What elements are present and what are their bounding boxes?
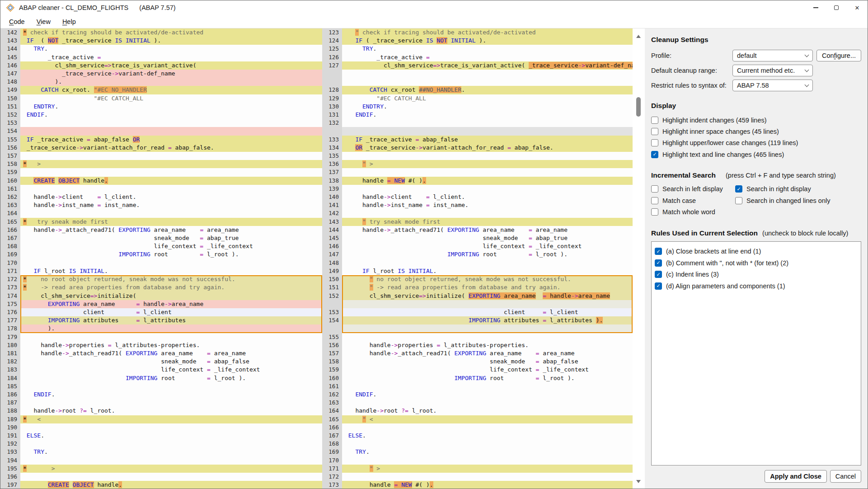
code-line[interactable]: 161 (322, 382, 633, 390)
code-line[interactable]: 195* > (0, 465, 322, 473)
code-line[interactable]: 196 (0, 473, 322, 481)
code-line[interactable]: 183 life_context = _life_context (0, 366, 322, 374)
code-line[interactable]: 161 (0, 185, 322, 193)
code-line[interactable]: 146 cl_shm_service=>trace_is_variant_act… (0, 61, 322, 70)
code-line[interactable]: 159 life_context = _life_context (322, 366, 633, 374)
code-line[interactable]: 127 cl_shm_service=>trace_is_variant_act… (322, 61, 633, 70)
code-line[interactable]: 163 handle->inst_name = inst_name. (0, 201, 322, 209)
code-line[interactable]: 174 cl_shm_service=>initialize( (0, 292, 322, 300)
code-line[interactable]: 173 handle = NEW #( ). (322, 481, 633, 489)
code-panel-left[interactable]: 142* check if tracing should be activate… (0, 28, 322, 489)
code-line[interactable]: 141 handle->inst_name = inst_name. (322, 201, 633, 209)
code-line[interactable]: 157 (0, 152, 322, 160)
display-option-1[interactable]: Highlight inner space changes (45 lines) (651, 126, 861, 137)
code-line[interactable]: 149 IF l_root IS INITIAL. (322, 267, 633, 275)
code-line[interactable]: 166 (322, 423, 633, 432)
rules-list[interactable]: ✓(a) Close brackets at line end (1)✓(b) … (651, 241, 861, 465)
code-line[interactable] (322, 127, 633, 135)
code-line[interactable]: 147 _trace_service->variant-def_name (0, 70, 322, 78)
code-line[interactable]: 158 sneak_mode = abap_false (322, 357, 633, 366)
code-line[interactable]: 130 ENDTRY. (322, 103, 633, 111)
code-line[interactable]: 197 CREATE OBJECT handle. (0, 481, 322, 489)
code-line[interactable]: 123 " check if tracing should be activat… (322, 28, 633, 37)
code-line[interactable]: 160 IMPORTING root = l_root ). (322, 374, 633, 382)
code-line[interactable]: 186 ENDIF. (0, 390, 322, 399)
scroll-up-icon[interactable] (636, 35, 641, 38)
code-line[interactable] (322, 70, 633, 78)
code-line[interactable] (322, 324, 633, 333)
cleanup-range-select[interactable]: Current method etc. (732, 65, 813, 76)
code-line[interactable]: 156 _trace_service->variant-attach_for_r… (0, 144, 322, 152)
code-line[interactable]: 142* check if tracing should be activate… (0, 28, 322, 37)
code-line[interactable]: 150 "#EC CATCH_ALL (0, 94, 322, 103)
code-line[interactable]: 155 IF _trace_active = abap_false OR (0, 136, 322, 144)
vertical-scrollbar[interactable] (633, 28, 645, 489)
code-line[interactable]: 191 ELSE. (0, 432, 322, 440)
profile-select[interactable]: default (732, 50, 813, 61)
code-line[interactable]: 192 (0, 440, 322, 448)
menu-view[interactable]: View (32, 16, 55, 27)
code-line[interactable]: 131 ENDIF. (322, 111, 633, 119)
search-option-2[interactable]: Match case (651, 195, 735, 206)
code-line[interactable]: 151 ENDTRY. (0, 103, 322, 111)
code-line[interactable]: 152 ENDIF. (0, 111, 322, 119)
code-line[interactable]: 134 OR _trace_service->variant-attach_fo… (322, 144, 633, 152)
code-line[interactable]: 163 (322, 399, 633, 407)
code-line[interactable]: 169 IMPORTING root = l_root ). (0, 250, 322, 259)
code-line[interactable]: 188 handle->root ?= l_root. (0, 407, 322, 415)
code-line[interactable]: 167 sneak_mode = abap_true (0, 234, 322, 242)
code-line[interactable]: 146 life_context = _life_context (322, 242, 633, 250)
code-line[interactable]: 132 (322, 119, 633, 127)
scrollbar-thumb[interactable] (636, 97, 641, 117)
code-line[interactable]: 189* < (0, 415, 322, 423)
code-line[interactable]: 178 ). (0, 324, 322, 333)
code-line[interactable]: 170 (322, 456, 633, 465)
code-line[interactable]: 194 (0, 456, 322, 465)
code-line[interactable]: 179 (0, 333, 322, 341)
code-line[interactable]: 126 _trace_active = (322, 53, 633, 61)
code-line[interactable]: 155 (322, 333, 633, 341)
search-option-0[interactable]: Search in left display (651, 183, 735, 195)
code-line[interactable]: 170 (0, 259, 322, 267)
rule-item-0[interactable]: ✓(a) Close brackets at line end (1) (655, 246, 858, 257)
code-line[interactable]: 145 sneak_mode = abap_true (322, 234, 633, 242)
code-line[interactable]: 136 " > (322, 160, 633, 168)
search-option-1[interactable]: ✓Search in right display (735, 183, 861, 195)
code-line[interactable]: 176 client = l_client (0, 308, 322, 316)
code-line[interactable]: 143 " try sneak mode first (322, 218, 633, 226)
code-line[interactable]: 167 ELSE. (322, 432, 633, 440)
code-line[interactable]: 164 handle->root ?= l_root. (322, 407, 633, 415)
code-line[interactable]: 142 (322, 209, 633, 217)
search-option-3[interactable]: Search in changed lines only (735, 195, 861, 206)
code-line[interactable]: 143 IF ( NOT _trace_service IS INITIAL )… (0, 37, 322, 45)
code-line[interactable]: 173* -> read area properties from databa… (0, 283, 322, 292)
display-option-2[interactable]: Highlight upper/lower case changes (119 … (651, 137, 861, 149)
code-line[interactable]: 125 TRY. (322, 45, 633, 53)
code-line[interactable]: 154 (0, 127, 322, 135)
code-line[interactable]: 185 (0, 382, 322, 390)
rule-item-1[interactable]: ✓(b) Comment with ", not with * (for tex… (655, 257, 858, 268)
code-line[interactable]: 148 (322, 259, 633, 267)
code-line[interactable]: 140 handle->client = l_client. (322, 193, 633, 201)
code-line[interactable]: 153 client = l_client (322, 308, 633, 316)
code-line[interactable]: 154 IMPORTING attributes = l_attributes … (322, 316, 633, 324)
code-line[interactable]: 139 (322, 185, 633, 193)
code-line[interactable]: 152 cl_shm_service=>initialize( EXPORTIN… (322, 292, 633, 300)
code-line[interactable]: 165 " < (322, 415, 633, 423)
code-line[interactable]: 171 IF l_root IS INITIAL. (0, 267, 322, 275)
code-line[interactable]: 133 IF _trace_active = abap_false (322, 136, 633, 144)
code-line[interactable]: 181 handle->_attach_read71( EXPORTING ar… (0, 349, 322, 357)
maximize-button[interactable] (826, 0, 847, 15)
code-line[interactable]: 137 (322, 168, 633, 176)
code-line[interactable]: 129 "#EC CATCH_ALL (322, 94, 633, 103)
code-line[interactable]: 138 handle = NEW #( ). (322, 177, 633, 185)
code-line[interactable]: 158* > (0, 160, 322, 168)
search-option-4[interactable]: Match whole word (651, 206, 735, 217)
code-line[interactable]: 180 handle->properties = l_attributes-pr… (0, 341, 322, 349)
code-line[interactable]: 168 (322, 440, 633, 448)
cancel-button[interactable]: Cancel (830, 470, 861, 483)
menu-code[interactable]: Code (5, 16, 29, 27)
code-line[interactable]: 177 IMPORTING attributes = l_attributes (0, 316, 322, 324)
code-line[interactable]: 162 ENDIF. (322, 390, 633, 399)
code-line[interactable]: 187 (0, 399, 322, 407)
